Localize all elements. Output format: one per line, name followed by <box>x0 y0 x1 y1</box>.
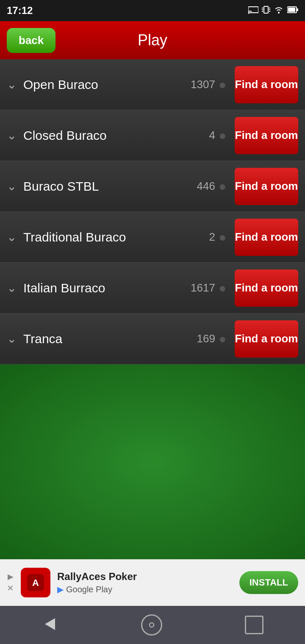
ad-forward-icon: ▶ <box>8 572 14 581</box>
game-row: ⌄ Traditional Buraco 2 ● Find a room <box>0 212 305 263</box>
wifi-icon <box>274 6 284 16</box>
game-row: ⌄ Open Buraco 1307 ● Find a room <box>0 59 305 110</box>
game-name: Closed Buraco <box>23 128 209 143</box>
nav-bar <box>0 606 305 644</box>
player-icon: ● <box>219 179 226 194</box>
find-room-button-3[interactable]: Find a room <box>235 219 298 256</box>
svg-rect-11 <box>288 8 295 12</box>
player-icon: ● <box>219 78 226 92</box>
status-time: 17:12 <box>7 5 33 17</box>
svg-text:A: A <box>32 577 39 588</box>
battery-icon <box>287 6 298 16</box>
player-icon: ● <box>219 332 226 346</box>
game-name: Tranca <box>23 331 197 347</box>
nav-recents-button[interactable] <box>245 616 263 634</box>
player-count: 1617 <box>191 281 215 294</box>
status-bar: 17:12 <box>0 0 305 21</box>
install-button[interactable]: INSTALL <box>239 571 298 594</box>
ad-content: RallyAces Poker ▶ Google Play <box>57 571 233 594</box>
find-room-button-0[interactable]: Find a room <box>235 66 298 103</box>
nav-home-button[interactable] <box>141 614 162 636</box>
chevron-icon[interactable]: ⌄ <box>7 78 17 92</box>
chevron-icon[interactable]: ⌄ <box>7 230 17 244</box>
svg-point-16 <box>150 623 154 627</box>
svg-rect-2 <box>264 6 268 13</box>
ad-store-row: ▶ Google Play <box>57 584 233 594</box>
chevron-icon[interactable]: ⌄ <box>7 281 17 295</box>
green-area <box>0 364 305 559</box>
game-name: Buraco STBL <box>23 179 197 194</box>
svg-marker-15 <box>45 618 55 630</box>
player-count: 2 <box>209 230 215 244</box>
find-room-button-4[interactable]: Find a room <box>235 269 298 307</box>
cast-icon <box>248 6 258 16</box>
game-row: ⌄ Closed Buraco 4 ● Find a room <box>0 110 305 161</box>
svg-rect-0 <box>248 7 258 13</box>
player-icon: ● <box>219 128 226 143</box>
player-count: 1307 <box>191 78 215 91</box>
ad-banner: ▶ ✕ A RallyAces Poker ▶ Google Play INST… <box>0 559 305 606</box>
svg-rect-12 <box>297 8 298 11</box>
ad-app-name: RallyAces Poker <box>57 571 233 583</box>
svg-point-1 <box>248 13 249 14</box>
player-count: 4 <box>209 129 215 142</box>
chevron-icon[interactable]: ⌄ <box>7 332 17 346</box>
player-count: 169 <box>197 332 215 345</box>
chevron-icon[interactable]: ⌄ <box>7 179 17 193</box>
game-name: Open Buraco <box>23 77 191 92</box>
page-title: Play <box>138 31 167 49</box>
back-button[interactable]: back <box>7 28 55 53</box>
player-icon: ● <box>219 281 226 295</box>
game-name: Traditional Buraco <box>23 230 209 245</box>
header: back Play <box>0 21 305 59</box>
game-list: ⌄ Open Buraco 1307 ● Find a room ⌄ Close… <box>0 59 305 364</box>
find-room-button-2[interactable]: Find a room <box>235 168 298 205</box>
ad-app-logo: A <box>21 568 50 597</box>
player-icon: ● <box>219 230 226 244</box>
nav-back-button[interactable] <box>42 616 58 634</box>
game-row: ⌄ Buraco STBL 446 ● Find a room <box>0 161 305 212</box>
game-name: Italian Burraco <box>23 280 191 296</box>
find-room-button-5[interactable]: Find a room <box>235 320 298 358</box>
vibrate-icon <box>262 5 270 17</box>
player-count: 446 <box>197 180 215 193</box>
google-play-icon: ▶ <box>57 584 64 594</box>
svg-point-9 <box>278 12 280 14</box>
find-room-button-1[interactable]: Find a room <box>235 117 298 154</box>
game-row: ⌄ Italian Burraco 1617 ● Find a room <box>0 263 305 314</box>
chevron-icon[interactable]: ⌄ <box>7 128 17 142</box>
status-icons <box>248 5 298 17</box>
ad-store-label: Google Play <box>66 585 112 594</box>
ad-close-button[interactable]: ✕ <box>7 583 14 593</box>
game-row: ⌄ Tranca 169 ● Find a room <box>0 314 305 364</box>
ad-close-controls: ▶ ✕ <box>7 572 14 593</box>
